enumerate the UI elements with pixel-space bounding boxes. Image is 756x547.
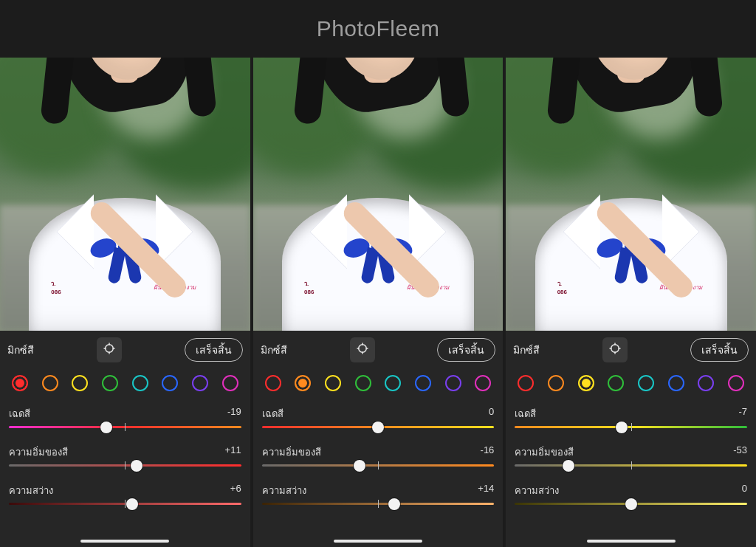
crosshair-icon (608, 342, 622, 358)
slider-value: +14 (478, 483, 494, 498)
done-button[interactable]: เสร็จสิ้น (690, 338, 749, 362)
slider-row: ความสว่าง0 (515, 483, 747, 505)
slider-center-tick (125, 461, 126, 469)
editor-panel: ว.086 ฝันหวาน สวยงาม มิกซ์สีเสร็จสิ้นเฉด… (506, 58, 756, 547)
photo-subject: ว.086 ฝันหวาน สวยงาม (524, 72, 738, 331)
slider-row: ความสว่าง+6 (9, 483, 241, 505)
slider-center-tick (378, 500, 379, 508)
target-adjust-button[interactable] (602, 337, 628, 362)
slider-label: ความอิ่มของสี (9, 444, 68, 460)
color-swatch[interactable] (132, 375, 148, 391)
color-swatch[interactable] (548, 375, 564, 391)
crosshair-icon (356, 342, 369, 358)
home-indicator (334, 540, 422, 543)
controls-area: มิกซ์สีเสร็จสิ้นเฉดสี-7ความอิ่มของสี-53ค… (506, 331, 756, 547)
home-indicator (587, 540, 676, 543)
slider-value: -7 (738, 406, 747, 422)
color-swatch[interactable] (385, 375, 401, 391)
color-swatch[interactable] (518, 375, 534, 391)
slider-value: 0 (742, 483, 747, 498)
home-indicator (80, 540, 169, 543)
color-swatch[interactable] (445, 375, 461, 391)
slider-knob[interactable] (616, 422, 628, 433)
controls-topbar: มิกซ์สีเสร็จสิ้น (261, 331, 496, 369)
slider-row: ความอิ่มของสี+11 (9, 444, 241, 467)
color-swatches (261, 369, 496, 402)
svg-point-5 (358, 345, 366, 353)
slider-row: ความอิ่มของสี-16 (262, 444, 495, 467)
color-swatch[interactable] (578, 375, 594, 391)
slider-knob[interactable] (388, 498, 400, 510)
color-swatch[interactable] (265, 375, 281, 391)
slider-track[interactable] (515, 464, 747, 467)
color-swatch[interactable] (475, 375, 491, 391)
panel-title: มิกซ์สี (7, 342, 34, 358)
color-swatch[interactable] (728, 375, 744, 391)
slider-knob[interactable] (372, 422, 384, 433)
slider-row: เฉดสี-19 (9, 406, 241, 428)
slider-center-tick (631, 423, 632, 431)
watermark-text: PhotoFleem (0, 0, 756, 58)
editor-panel: ว.086 ฝันหวาน สวยงาม มิกซ์สีเสร็จสิ้นเฉด… (0, 58, 250, 547)
controls-area: มิกซ์สีเสร็จสิ้นเฉดสี-19ความอิ่มของสี+11… (0, 331, 250, 547)
slider-track[interactable] (9, 503, 241, 505)
done-button[interactable]: เสร็จสิ้น (437, 338, 495, 362)
slider-value: 0 (489, 406, 494, 422)
target-adjust-button[interactable] (350, 337, 375, 362)
controls-topbar: มิกซ์สีเสร็จสิ้น (513, 331, 749, 369)
color-swatch[interactable] (42, 375, 58, 391)
color-swatch[interactable] (222, 375, 238, 391)
color-swatch[interactable] (192, 375, 208, 391)
slider-row: เฉดสี0 (262, 406, 495, 428)
sliders-group: เฉดสี-7ความอิ่มของสี-53ความสว่าง0 (513, 402, 749, 505)
color-swatch[interactable] (698, 375, 714, 391)
slider-knob[interactable] (354, 460, 365, 472)
slider-label: เฉดสี (515, 406, 536, 422)
color-swatch[interactable] (668, 375, 684, 391)
color-swatch[interactable] (162, 375, 178, 391)
slider-label: เฉดสี (262, 406, 284, 422)
photo-preview: ว.086 ฝันหวาน สวยงาม (0, 58, 250, 331)
color-swatch[interactable] (325, 375, 341, 391)
panels-row: ว.086 ฝันหวาน สวยงาม มิกซ์สีเสร็จสิ้นเฉด… (0, 58, 756, 547)
svg-point-10 (611, 345, 619, 353)
slider-knob[interactable] (126, 498, 138, 510)
color-swatch[interactable] (638, 375, 654, 391)
slider-label: ความอิ่มของสี (262, 444, 321, 460)
controls-topbar: มิกซ์สีเสร็จสิ้น (7, 331, 243, 369)
slider-track[interactable] (262, 426, 495, 428)
slider-value: -19 (227, 406, 241, 422)
color-swatch[interactable] (102, 375, 118, 391)
color-swatch[interactable] (355, 375, 371, 391)
slider-track[interactable] (515, 426, 747, 428)
slider-label: ความสว่าง (9, 483, 53, 498)
slider-center-tick (378, 461, 379, 469)
done-button[interactable]: เสร็จสิ้น (185, 338, 243, 362)
color-swatch[interactable] (295, 375, 311, 391)
slider-track[interactable] (515, 503, 747, 505)
color-swatch[interactable] (12, 375, 28, 391)
controls-area: มิกซ์สีเสร็จสิ้นเฉดสี0ความอิ่มของสี-16คว… (253, 331, 504, 547)
slider-knob[interactable] (100, 422, 112, 433)
svg-point-0 (106, 345, 114, 353)
slider-track[interactable] (9, 426, 241, 428)
photo-preview: ว.086 ฝันหวาน สวยงาม (253, 58, 504, 331)
slider-center-tick (631, 461, 632, 469)
sliders-group: เฉดสี-19ความอิ่มของสี+11ความสว่าง+6 (7, 402, 243, 505)
slider-track[interactable] (262, 503, 495, 505)
slider-track[interactable] (9, 464, 241, 467)
slider-knob[interactable] (625, 498, 637, 510)
slider-knob[interactable] (131, 460, 142, 472)
photo-subject: ว.086 ฝันหวาน สวยงาม (271, 72, 485, 331)
color-swatch[interactable] (415, 375, 431, 391)
slider-track[interactable] (262, 464, 495, 467)
color-swatch[interactable] (72, 375, 88, 391)
slider-row: ความอิ่มของสี-53 (515, 444, 747, 467)
color-swatch[interactable] (608, 375, 624, 391)
slider-knob[interactable] (563, 460, 574, 472)
target-adjust-button[interactable] (97, 337, 122, 362)
slider-label: ความสว่าง (515, 483, 559, 498)
editor-panel: ว.086 ฝันหวาน สวยงาม มิกซ์สีเสร็จสิ้นเฉด… (253, 58, 504, 547)
slider-value: -53 (733, 444, 747, 460)
panel-title: มิกซ์สี (261, 342, 287, 358)
